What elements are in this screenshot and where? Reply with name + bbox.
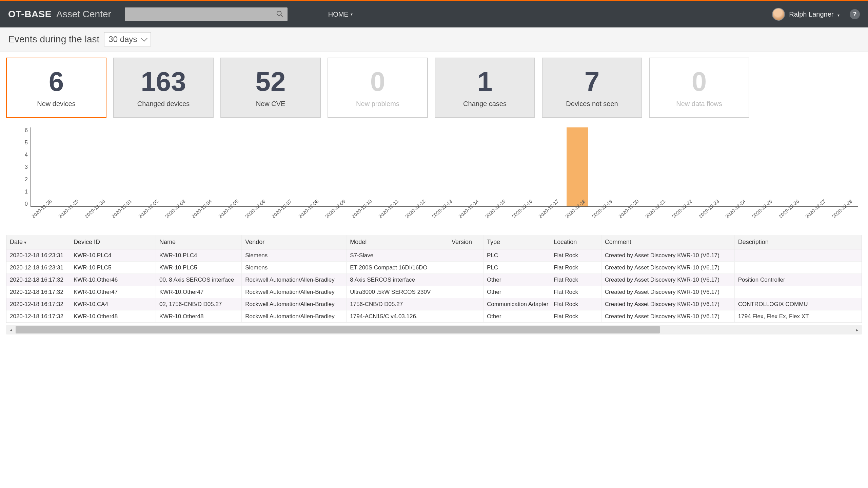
cell-type: Other xyxy=(484,310,550,322)
user-menu[interactable]: Ralph Langner ▾ xyxy=(772,8,840,21)
cell-device-id: KWR-10.PLC5 xyxy=(70,262,156,273)
y-tick: 4 xyxy=(25,152,28,158)
cell-version xyxy=(448,249,484,261)
scrollbar-thumb[interactable] xyxy=(16,326,660,333)
y-tick: 2 xyxy=(25,177,28,183)
tile-new-problems[interactable]: 0 New problems xyxy=(328,58,428,118)
tile-new-data-flows[interactable]: 0 New data flows xyxy=(649,58,749,118)
cell-vendor: Siemens xyxy=(242,262,347,273)
cell-version xyxy=(448,298,484,310)
table-row[interactable]: 2020-12-18 16:17:32KWR-10.Other4600, 8 A… xyxy=(6,274,862,286)
tile-value: 0 xyxy=(370,68,386,95)
table-row[interactable]: 2020-12-18 16:17:32KWR-10.Other47KWR-10.… xyxy=(6,286,862,298)
cell-description xyxy=(735,249,862,261)
cell-vendor: Rockwell Automation/Allen-Bradley xyxy=(242,286,347,298)
scroll-left-icon[interactable]: ◂ xyxy=(6,325,16,334)
tile-value: 7 xyxy=(585,68,600,95)
cell-type: PLC xyxy=(484,249,550,261)
svg-line-1 xyxy=(281,15,283,17)
cell-date: 2020-12-18 16:17:32 xyxy=(6,274,70,286)
cell-location: Flat Rock xyxy=(550,274,601,286)
cell-date: 2020-12-18 16:17:32 xyxy=(6,298,70,310)
cell-device-id: KWR-10.Other48 xyxy=(70,310,156,322)
page-title: Events during the last xyxy=(8,34,99,45)
cell-name: KWR-10.PLC4 xyxy=(156,249,242,261)
chart-x-axis: 2020-11-282020-11-292020-11-302020-12-01… xyxy=(31,207,858,231)
cell-location: Flat Rock xyxy=(550,262,601,273)
search-icon[interactable] xyxy=(276,10,284,19)
cell-comment: Created by Asset Discovery KWR-10 (V6.17… xyxy=(601,310,735,322)
cell-model: 8 Axis SERCOS interface xyxy=(347,274,448,286)
col-name[interactable]: Name xyxy=(156,235,242,249)
y-tick: 3 xyxy=(25,164,28,170)
brand-name: OT-BASE xyxy=(8,9,52,20)
y-tick: 1 xyxy=(25,189,28,195)
horizontal-scrollbar[interactable]: ◂ ▸ xyxy=(6,325,862,334)
cell-model: Ultra3000 .5kW SERCOS 230V xyxy=(347,286,448,298)
chart-bar[interactable] xyxy=(567,127,588,206)
cell-description: 1794 Flex, Flex Ex, Flex XT xyxy=(735,310,862,322)
y-tick: 5 xyxy=(25,140,28,146)
events-table: DateDevice IDNameVendorModelVersionTypeL… xyxy=(6,235,862,323)
app-header: OT-BASE Asset Center HOME ▾ Ralph Langne… xyxy=(0,1,868,27)
tile-value: 1 xyxy=(477,68,493,95)
cell-version xyxy=(448,310,484,322)
tile-change-cases[interactable]: 1 Change cases xyxy=(435,58,535,118)
help-icon[interactable]: ? xyxy=(850,9,860,19)
cell-vendor: Rockwell Automation/Allen-Bradley xyxy=(242,298,347,310)
range-select-value: 30 days xyxy=(108,35,137,44)
subheader: Events during the last 30 days xyxy=(0,27,868,52)
tile-value: 6 xyxy=(49,68,64,95)
cell-comment: Created by Asset Discovery KWR-10 (V6.17… xyxy=(601,298,735,310)
table-row[interactable]: 2020-12-18 16:17:32KWR-10.Other48KWR-10.… xyxy=(6,310,862,323)
col-comment[interactable]: Comment xyxy=(601,235,735,249)
col-vendor[interactable]: Vendor xyxy=(242,235,347,249)
range-select[interactable]: 30 days xyxy=(104,32,151,46)
col-type[interactable]: Type xyxy=(484,235,550,249)
section-name: Asset Center xyxy=(56,9,111,20)
cell-date: 2020-12-18 16:23:31 xyxy=(6,262,70,273)
cell-comment: Created by Asset Discovery KWR-10 (V6.17… xyxy=(601,274,735,286)
cell-version xyxy=(448,286,484,298)
tile-label: Change cases xyxy=(463,100,507,108)
table-row[interactable]: 2020-12-18 16:17:32KWR-10.CA402, 1756-CN… xyxy=(6,298,862,310)
cell-type: Communication Adapter xyxy=(484,298,550,310)
cell-name: 00, 8 Axis SERCOS interface xyxy=(156,274,242,286)
col-description[interactable]: Description xyxy=(735,235,862,249)
table-row[interactable]: 2020-12-18 16:23:31KWR-10.PLC4KWR-10.PLC… xyxy=(6,249,862,262)
caret-down-icon: ▾ xyxy=(837,13,840,18)
cell-description: CONTROLLOGIX COMMU xyxy=(735,298,862,310)
nav-home-label: HOME xyxy=(328,11,349,18)
search-input[interactable] xyxy=(125,11,276,17)
col-date[interactable]: Date xyxy=(6,235,70,249)
cell-name: KWR-10.Other47 xyxy=(156,286,242,298)
table-body: 2020-12-18 16:23:31KWR-10.PLC4KWR-10.PLC… xyxy=(6,249,862,323)
user-name-label: Ralph Langner xyxy=(789,11,833,18)
tile-new-cve[interactable]: 52 New CVE xyxy=(220,58,321,118)
search-input-wrap[interactable] xyxy=(125,7,288,21)
cell-type: Other xyxy=(484,274,550,286)
cell-location: Flat Rock xyxy=(550,249,601,261)
cell-model: 1794-ACN15/C v4.03.126. xyxy=(347,310,448,322)
chart-y-axis: 6543210 xyxy=(14,127,31,207)
col-device-id[interactable]: Device ID xyxy=(70,235,156,249)
col-location[interactable]: Location xyxy=(550,235,601,249)
tile-changed-devices[interactable]: 163 Changed devices xyxy=(113,58,214,118)
nav-home[interactable]: HOME ▾ xyxy=(328,11,353,18)
table-row[interactable]: 2020-12-18 16:23:31KWR-10.PLC5KWR-10.PLC… xyxy=(6,262,862,274)
scroll-right-icon[interactable]: ▸ xyxy=(852,325,862,334)
chart: 6543210 2020-11-282020-11-292020-11-3020… xyxy=(0,121,868,233)
tile-label: Changed devices xyxy=(137,100,190,108)
tile-label: Devices not seen xyxy=(566,100,618,108)
tile-devices-not-seen[interactable]: 7 Devices not seen xyxy=(542,58,642,118)
summary-tiles: 6 New devices163 Changed devices52 New C… xyxy=(0,52,868,121)
tile-value: 163 xyxy=(141,68,186,95)
cell-device-id: KWR-10.Other46 xyxy=(70,274,156,286)
cell-version xyxy=(448,262,484,273)
cell-description xyxy=(735,286,862,298)
cell-name: KWR-10.PLC5 xyxy=(156,262,242,273)
tile-new-devices[interactable]: 6 New devices xyxy=(6,58,106,118)
col-model[interactable]: Model xyxy=(347,235,448,249)
cell-comment: Created by Asset Discovery KWR-10 (V6.17… xyxy=(601,249,735,261)
col-version[interactable]: Version xyxy=(448,235,484,249)
